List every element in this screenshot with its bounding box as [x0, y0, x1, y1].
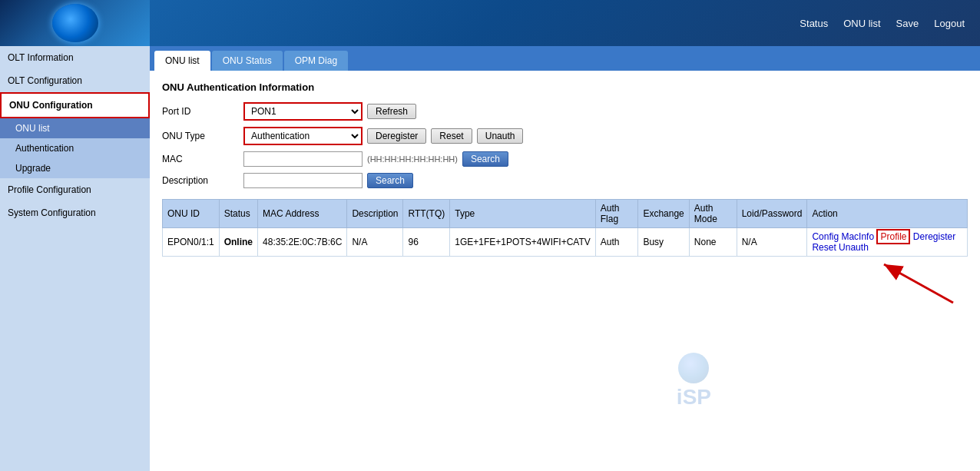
main-layout: OLT Information OLT Configuration ONU Co…	[0, 46, 980, 471]
svg-line-1	[884, 264, 953, 303]
nav-save[interactable]: Save	[896, 18, 919, 29]
sidebar-item-profile-configuration[interactable]: Profile Configuration	[0, 178, 150, 201]
search-desc-button[interactable]: Search	[367, 173, 413, 188]
action-config[interactable]: Config	[812, 231, 839, 242]
col-loid: Loid/Password	[737, 200, 807, 228]
page-title: ONU Authentication Information	[162, 81, 968, 93]
description-row: Description Search	[162, 173, 968, 188]
sidebar-item-system-configuration[interactable]: System Configuration	[0, 201, 150, 224]
sidebar-item-onu-configuration[interactable]: ONU Configuration	[0, 92, 150, 118]
sidebar: OLT Information OLT Configuration ONU Co…	[0, 46, 150, 471]
port-id-row: Port ID PON1 PON2 PON3 PON4 Refresh	[162, 102, 968, 121]
cell-auth-flag: Auth	[595, 228, 638, 257]
sidebar-item-olt-information[interactable]: OLT Information	[0, 46, 150, 69]
tab-opm-diag[interactable]: OPM Diag	[284, 51, 348, 71]
col-status: Status	[219, 200, 257, 228]
annotation-area: ONU ID Status MAC Address Description RT…	[162, 199, 968, 320]
col-type: Type	[450, 200, 596, 228]
col-mac: MAC Address	[258, 200, 347, 228]
logo-area	[0, 0, 150, 46]
cell-loid: N/A	[737, 228, 807, 257]
cell-exchange: Busy	[638, 228, 689, 257]
mac-input[interactable]	[243, 151, 363, 167]
cell-mac: 48:35:2E:0C:7B:6C	[258, 228, 347, 257]
nav-logout[interactable]: Logout	[934, 18, 965, 29]
cell-onu-id: EPON0/1:1	[163, 228, 220, 257]
top-nav: Status ONU list Save Logout	[800, 18, 965, 29]
nav-onu-list[interactable]: ONU list	[843, 18, 880, 29]
annotation-arrow	[838, 249, 980, 310]
deregister-button[interactable]: Deregister	[367, 128, 426, 144]
col-exchange: Exchange	[638, 200, 689, 228]
col-description: Description	[347, 200, 403, 228]
onu-type-select[interactable]: Authentication All Unauth	[243, 127, 363, 145]
col-auth-mode: Auth Mode	[689, 200, 737, 228]
col-action: Action	[807, 200, 968, 228]
cell-rtt: 96	[403, 228, 450, 257]
action-macinfo[interactable]: MacInfo	[841, 231, 874, 242]
content-area: ONU Authentication Information Port ID P…	[150, 71, 980, 331]
onu-type-row: ONU Type Authentication All Unauth Dereg…	[162, 127, 968, 145]
cell-description: N/A	[347, 228, 403, 257]
search-mac-button[interactable]: Search	[462, 151, 508, 167]
top-header: Status ONU list Save Logout	[0, 0, 980, 46]
main-content: ONU list ONU Status OPM Diag ONU Authent…	[150, 46, 980, 471]
mac-hint: (HH:HH:HH:HH:HH:HH)	[367, 154, 458, 164]
sidebar-item-onu-list[interactable]: ONU list	[0, 118, 150, 138]
logo-globe	[52, 4, 98, 42]
tab-onu-list[interactable]: ONU list	[154, 51, 210, 71]
onu-table: ONU ID Status MAC Address Description RT…	[162, 199, 968, 257]
action-deregister[interactable]: Deregister	[913, 231, 955, 242]
mac-row: MAC (HH:HH:HH:HH:HH:HH) Search	[162, 151, 968, 167]
col-onu-id: ONU ID	[163, 200, 220, 228]
onu-type-label: ONU Type	[162, 131, 239, 141]
cell-type: 1GE+1FE+1POTS+4WIFI+CATV	[450, 228, 596, 257]
mac-label: MAC	[162, 154, 239, 164]
cell-auth-mode: None	[689, 228, 737, 257]
reset-button[interactable]: Reset	[431, 128, 472, 144]
port-id-select[interactable]: PON1 PON2 PON3 PON4	[243, 102, 363, 121]
nav-status[interactable]: Status	[800, 18, 828, 29]
port-id-label: Port ID	[162, 106, 239, 117]
refresh-button[interactable]: Refresh	[367, 104, 416, 119]
action-unauth[interactable]: Unauth	[839, 242, 869, 253]
action-profile[interactable]: Profile	[876, 229, 910, 244]
action-reset[interactable]: Reset	[812, 242, 836, 253]
col-rtt: RTT(TQ)	[403, 200, 450, 228]
tab-onu-status[interactable]: ONU Status	[212, 51, 283, 71]
tab-bar: ONU list ONU Status OPM Diag	[150, 46, 980, 71]
cell-status: Online	[219, 228, 257, 257]
sidebar-item-authentication[interactable]: Authentication	[0, 138, 150, 158]
cell-actions: Config MacInfo Profile Deregister Reset …	[807, 228, 968, 257]
table-row: EPON0/1:1Online48:35:2E:0C:7B:6CN/A961GE…	[163, 228, 968, 257]
col-auth-flag: Auth Flag	[595, 200, 638, 228]
description-input[interactable]	[243, 173, 363, 188]
description-label: Description	[162, 175, 239, 186]
sidebar-item-upgrade[interactable]: Upgrade	[0, 158, 150, 178]
unauth-button[interactable]: Unauth	[477, 128, 524, 144]
sidebar-item-olt-configuration[interactable]: OLT Configuration	[0, 69, 150, 92]
